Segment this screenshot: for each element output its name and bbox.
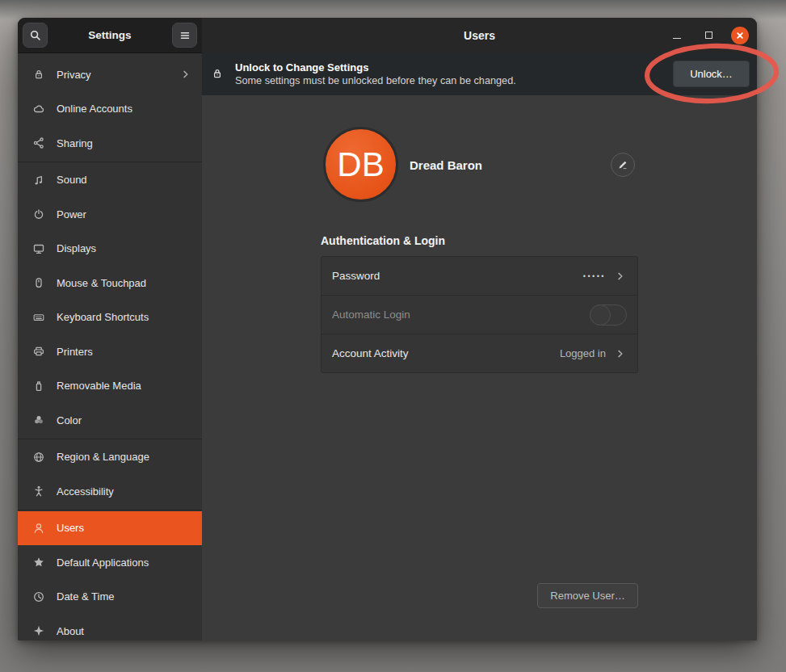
close-button[interactable] xyxy=(731,27,749,44)
sidebar-item-label: Default Applications xyxy=(57,556,192,569)
sidebar-item-online-accounts[interactable]: Online Accounts xyxy=(18,92,202,127)
desktop: Settings PrivacyOnline AccountsSharingSo… xyxy=(0,0,786,672)
search-icon xyxy=(29,29,42,42)
sidebar-item-mouse-touchpad[interactable]: Mouse & Touchpad xyxy=(18,266,202,300)
search-button[interactable] xyxy=(23,23,48,48)
banner-title: Unlock to Change Settings xyxy=(235,61,673,74)
display-icon xyxy=(32,242,45,255)
usb-icon xyxy=(32,380,45,393)
globe-icon xyxy=(32,451,45,464)
sidebar-item-label: Removable Media xyxy=(57,380,192,392)
main-headerbar: Users xyxy=(202,18,757,53)
sidebar-item-label: Color xyxy=(57,414,192,426)
sidebar-item-label: Accessibility xyxy=(57,485,192,498)
sidebar-item-about[interactable]: About xyxy=(18,614,202,640)
password-label: Password xyxy=(332,270,583,282)
sidebar-item-label: Displays xyxy=(57,242,192,254)
banner-text: Unlock to Change Settings Some settings … xyxy=(235,61,673,87)
cloud-icon xyxy=(32,103,45,116)
sidebar-separator xyxy=(18,510,202,510)
automatic-login-label: Automatic Login xyxy=(332,309,590,321)
unlock-button[interactable]: Unlock… xyxy=(673,61,750,87)
power-icon xyxy=(32,208,45,220)
sidebar-item-keyboard-shortcuts[interactable]: Keyboard Shortcuts xyxy=(18,300,202,335)
unlock-banner: Unlock to Change Settings Some settings … xyxy=(202,52,757,95)
sidebar-item-region-language[interactable]: Region & Language xyxy=(18,440,202,475)
keyboard-icon xyxy=(32,311,45,324)
chevron-right-icon xyxy=(179,68,192,81)
sidebar-item-printers[interactable]: Printers xyxy=(18,334,202,369)
banner-subtitle: Some settings must be unlocked before th… xyxy=(235,74,673,87)
sidebar-title: Settings xyxy=(48,29,172,41)
sidebar-item-label: Date & Time xyxy=(57,590,192,603)
remove-user-button[interactable]: Remove User… xyxy=(537,583,638,608)
minimize-icon xyxy=(673,38,681,39)
sidebar-item-label: Power xyxy=(57,208,192,220)
pencil-icon xyxy=(616,158,629,171)
lock-icon xyxy=(211,67,225,81)
share-icon xyxy=(32,136,45,149)
chevron-right-icon xyxy=(614,270,627,283)
automatic-login-toggle xyxy=(590,304,627,326)
edit-name-button[interactable] xyxy=(611,153,635,177)
maximize-icon xyxy=(705,32,712,39)
sidebar-item-label: Keyboard Shortcuts xyxy=(57,311,192,323)
sidebar-item-label: Privacy xyxy=(57,69,179,81)
sidebar-item-removable-media[interactable]: Removable Media xyxy=(18,369,202,404)
sidebar-item-default-applications[interactable]: Default Applications xyxy=(18,545,202,580)
sidebar-item-sound[interactable]: Sound xyxy=(18,163,202,198)
password-row[interactable]: Password ••••• xyxy=(322,257,637,296)
access-icon xyxy=(32,485,45,498)
sidebar-item-label: Users xyxy=(57,522,192,534)
sidebar-item-sharing[interactable]: Sharing xyxy=(18,126,202,161)
auth-list: Password ••••• Automatic Login Account A… xyxy=(321,256,638,373)
clock-icon xyxy=(32,590,45,603)
main-pane: Users Unlock to Change Settings Some set… xyxy=(202,18,757,640)
settings-window: Settings PrivacyOnline AccountsSharingSo… xyxy=(18,18,757,640)
user-name: Dread Baron xyxy=(410,158,482,172)
password-value: ••••• xyxy=(583,272,606,280)
sidebar-item-privacy[interactable]: Privacy xyxy=(18,57,202,92)
sidebar-item-label: About xyxy=(57,625,192,637)
account-activity-value: Logged in xyxy=(560,347,606,359)
sidebar-item-label: Printers xyxy=(57,346,192,358)
hamburger-menu-icon xyxy=(179,29,191,42)
sidebar-item-accessibility[interactable]: Accessibility xyxy=(18,474,202,509)
sidebar: Settings PrivacyOnline AccountsSharingSo… xyxy=(18,18,203,640)
sidebar-item-date-time[interactable]: Date & Time xyxy=(18,580,202,615)
account-activity-row[interactable]: Account Activity Logged in xyxy=(322,334,637,372)
menu-button[interactable] xyxy=(172,23,197,48)
window-controls xyxy=(668,18,749,52)
sidebar-item-displays[interactable]: Displays xyxy=(18,232,202,267)
sidebar-item-label: Sound xyxy=(57,174,192,186)
users-icon xyxy=(32,522,45,535)
star-icon xyxy=(32,556,45,569)
sidebar-separator xyxy=(18,162,202,162)
maximize-button[interactable] xyxy=(700,27,717,44)
sidebar-item-label: Online Accounts xyxy=(57,103,192,115)
account-activity-label: Account Activity xyxy=(332,347,560,359)
color-icon xyxy=(32,414,45,426)
sidebar-item-label: Mouse & Touchpad xyxy=(57,277,192,289)
automatic-login-row: Automatic Login xyxy=(322,296,637,334)
sparkle-icon xyxy=(32,624,45,637)
users-content: DB Dread Baron Authentication & Login Pa… xyxy=(202,95,757,640)
sidebar-item-power[interactable]: Power xyxy=(18,197,202,232)
avatar[interactable]: DB xyxy=(323,127,398,202)
sidebar-item-label: Region & Language xyxy=(57,451,192,463)
toggle-knob xyxy=(590,304,611,326)
avatar-initials: DB xyxy=(337,145,384,184)
lock-icon xyxy=(32,68,45,81)
sidebar-item-label: Sharing xyxy=(57,137,192,149)
sidebar-list: PrivacyOnline AccountsSharingSoundPowerD… xyxy=(18,53,202,640)
sidebar-headerbar: Settings xyxy=(18,18,202,53)
minimize-button[interactable] xyxy=(668,27,686,44)
sidebar-item-color[interactable]: Color xyxy=(18,403,202,438)
mouse-icon xyxy=(32,276,45,289)
note-icon xyxy=(32,174,45,187)
sidebar-item-users[interactable]: Users xyxy=(18,511,202,546)
chevron-right-icon xyxy=(614,347,627,360)
printer-icon xyxy=(32,345,45,358)
sidebar-separator xyxy=(18,439,202,439)
close-icon xyxy=(733,29,746,42)
